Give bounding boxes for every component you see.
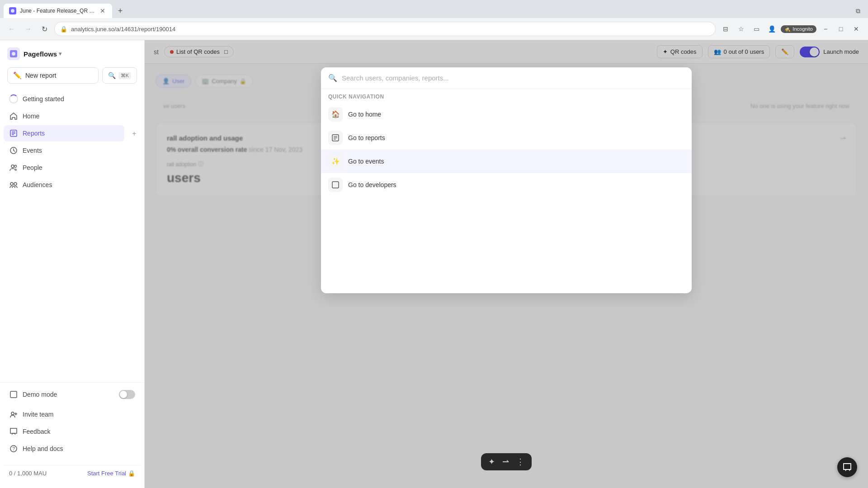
nav-go-developers[interactable]: Go to developers <box>321 173 692 197</box>
reports-icon <box>9 129 18 138</box>
sidebar-footer: Invite team Feedback ? Help and docs <box>0 403 144 461</box>
forward-button[interactable]: → <box>22 23 34 35</box>
sidebar-header: Pageflows ▾ <box>0 47 144 67</box>
invite-team-button[interactable]: Invite team <box>4 406 141 422</box>
svg-rect-22 <box>332 182 339 188</box>
mau-count: 0 / 1,000 MAU <box>9 470 47 477</box>
help-icon: ? <box>9 444 18 453</box>
url-text: analytics.june.so/a/14631/report/190014 <box>71 26 175 33</box>
app: Pageflows ▾ ✏️ New report 🔍 ⌘K Getting s… <box>0 40 868 488</box>
minimize-button[interactable]: − <box>819 23 832 35</box>
sidebar-item-people[interactable]: People <box>4 160 141 176</box>
go-reports-label: Go to reports <box>348 134 385 141</box>
lock-icon: 🔒 <box>128 470 135 477</box>
sidebar: Pageflows ▾ ✏️ New report 🔍 ⌘K Getting s… <box>0 40 145 488</box>
sidebar-item-events[interactable]: Events <box>4 142 141 159</box>
svg-point-11 <box>14 183 17 185</box>
reports-nav-icon <box>328 131 343 145</box>
search-icon: 🔍 <box>108 72 116 79</box>
mau-bar: 0 / 1,000 MAU Start Free Trial 🔒 <box>4 465 141 481</box>
reading-list-icon[interactable]: ▭ <box>750 23 763 35</box>
nav-actions: ⊟ ☆ ▭ 👤 🕵 Incognito − □ ✕ <box>719 23 863 35</box>
search-input-row: 🔍 <box>321 67 692 89</box>
svg-point-13 <box>11 412 14 415</box>
profile-icon[interactable]: 👤 <box>765 23 778 35</box>
help-docs-button[interactable]: ? Help and docs <box>4 441 141 457</box>
home-nav-icon: 🏠 <box>328 107 343 122</box>
brand-logo <box>7 47 20 60</box>
main-content-area: st List of QR codes □ ✦ QR codes 👥 0 out… <box>145 40 868 488</box>
events-nav-icon: ✨ <box>328 154 343 169</box>
sidebar-actions: ✏️ New report 🔍 ⌘K <box>0 67 144 91</box>
svg-rect-12 <box>10 391 17 398</box>
sidebar-bottom: Demo mode <box>0 382 144 403</box>
incognito-badge: 🕵 Incognito <box>781 25 816 33</box>
audiences-icon <box>9 180 18 189</box>
tab-title: June - Feature Release_QR Cod... <box>20 8 95 14</box>
chat-button[interactable] <box>837 457 857 477</box>
back-button[interactable]: ← <box>5 23 18 35</box>
brand-name[interactable]: Pageflows ▾ <box>24 50 61 58</box>
sidebar-nav: Getting started Home Reports + <box>0 91 144 382</box>
go-home-label: Go to home <box>348 111 381 118</box>
svg-point-0 <box>11 9 14 13</box>
feedback-button[interactable]: Feedback <box>4 423 141 440</box>
developers-nav-icon <box>328 178 343 192</box>
sidebar-item-getting-started[interactable]: Getting started <box>4 91 141 107</box>
browser-chrome: June - Feature Release_QR Cod... ✕ + ⧉ ←… <box>0 0 868 40</box>
sidebar-item-audiences[interactable]: Audiences <box>4 177 141 193</box>
feedback-icon <box>9 427 18 436</box>
home-icon <box>9 112 18 121</box>
new-report-button[interactable]: ✏️ New report <box>7 67 99 84</box>
demo-icon <box>9 390 18 399</box>
toggle-knob <box>120 391 127 398</box>
search-modal: 🔍 Quick Navigation 🏠 Go to home Go to re… <box>321 67 692 293</box>
search-overlay: 🔍 Quick Navigation 🏠 Go to home Go to re… <box>145 40 868 488</box>
nav-bar: ← → ↻ 🔒 analytics.june.so/a/14631/report… <box>0 18 868 40</box>
new-tab-button[interactable]: + <box>114 5 127 17</box>
bookmark-icon[interactable]: ☆ <box>735 23 747 35</box>
cast-icon[interactable]: ⊟ <box>719 23 732 35</box>
svg-text:?: ? <box>13 446 15 451</box>
demo-mode-switch[interactable] <box>119 390 135 399</box>
incognito-icon: 🕵 <box>784 26 791 32</box>
reload-button[interactable]: ↻ <box>38 23 51 35</box>
search-button[interactable]: 🔍 ⌘K <box>102 67 137 84</box>
active-tab[interactable]: June - Feature Release_QR Cod... ✕ <box>4 4 112 18</box>
svg-point-2 <box>12 52 15 56</box>
tab-favicon <box>9 7 16 14</box>
go-events-label: Go to events <box>348 158 384 165</box>
edit-icon: ✏️ <box>13 71 22 80</box>
address-bar[interactable]: 🔒 analytics.june.so/a/14631/report/19001… <box>54 22 716 36</box>
tab-close-button[interactable]: ✕ <box>99 7 107 15</box>
close-window-button[interactable]: ✕ <box>850 23 863 35</box>
sidebar-item-home[interactable]: Home <box>4 108 141 124</box>
search-input[interactable] <box>342 74 684 82</box>
sidebar-item-reports[interactable]: Reports <box>4 125 124 141</box>
restore-down-button[interactable]: ⧉ <box>852 5 864 17</box>
nav-go-reports[interactable]: Go to reports <box>321 126 692 150</box>
reports-section: Reports + <box>4 125 141 142</box>
svg-point-9 <box>14 165 17 168</box>
search-icon: 🔍 <box>328 74 337 82</box>
nav-go-home[interactable]: 🏠 Go to home <box>321 103 692 126</box>
demo-mode-toggle: Demo mode <box>4 386 141 403</box>
svg-point-10 <box>10 183 13 185</box>
search-shortcut: ⌘K <box>118 72 131 79</box>
events-icon <box>9 146 18 155</box>
add-report-button[interactable]: + <box>128 127 141 140</box>
lock-icon: 🔒 <box>60 26 67 33</box>
quick-nav-label: Quick Navigation <box>321 89 692 103</box>
start-free-trial-button[interactable]: Start Free Trial 🔒 <box>87 470 135 477</box>
invite-icon <box>9 410 18 419</box>
nav-go-events[interactable]: ✨ Go to events <box>321 150 692 173</box>
maximize-button[interactable]: □ <box>835 23 847 35</box>
people-icon <box>9 163 18 172</box>
spinner-icon <box>9 94 18 103</box>
tab-bar: June - Feature Release_QR Cod... ✕ + ⧉ <box>0 0 868 18</box>
go-developers-label: Go to developers <box>348 181 396 188</box>
svg-point-8 <box>11 165 14 168</box>
incognito-label: Incognito <box>793 26 813 32</box>
chevron-down-icon: ▾ <box>59 51 61 57</box>
